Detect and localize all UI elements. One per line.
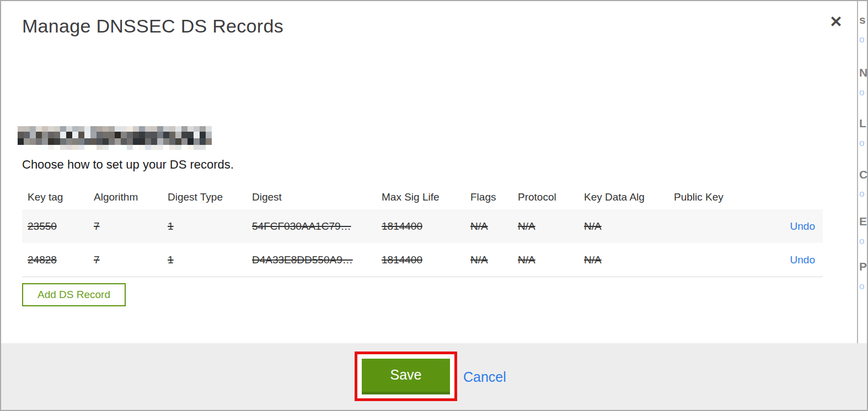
cell-max-sig-life: 1814400 — [382, 254, 470, 266]
clipped-link-fragment: o — [859, 188, 864, 199]
clipped-heading-fragment: L — [859, 117, 866, 130]
column-header: Flags — [470, 191, 518, 203]
clipped-link-fragment: o — [859, 236, 864, 247]
cell-key-data-alg: N/A — [584, 254, 674, 266]
clipped-link-fragment: o — [859, 138, 864, 149]
ds-records-table: Key tagAlgorithmDigest TypeDigestMax Sig… — [22, 185, 823, 277]
table-row: 23550 7 1 54FCF030AA1C79… 1814400 N/A N/… — [22, 209, 823, 243]
clipped-heading-fragment: N — [859, 66, 867, 79]
cell-protocol: N/A — [518, 220, 584, 232]
cell-digest: D4A33E8DD550A9… — [252, 254, 382, 266]
cell-key-data-alg: N/A — [584, 220, 674, 232]
undo-link[interactable]: Undo — [790, 220, 815, 232]
cell-max-sig-life: 1814400 — [382, 220, 470, 232]
clipped-heading-fragment: P — [859, 260, 867, 273]
column-header: Max Sig Life — [382, 191, 470, 203]
redacted-domain-name — [18, 126, 218, 150]
clipped-heading-fragment: C — [859, 168, 867, 181]
column-header: Public Key — [674, 191, 779, 203]
modal-dialog: Manage DNSSEC DS Records ✕ Choose how to… — [0, 0, 868, 411]
table-header-row: Key tagAlgorithmDigest TypeDigestMax Sig… — [22, 185, 823, 209]
column-header: Digest Type — [168, 191, 252, 203]
modal-footer: Save Cancel — [1, 343, 867, 410]
column-header: Digest — [252, 191, 382, 203]
cell-flags: N/A — [470, 220, 518, 232]
background-page-divider — [857, 1, 858, 343]
annotation-highlight-box: Save — [355, 351, 457, 401]
close-icon[interactable]: ✕ — [825, 11, 847, 33]
clipped-heading-fragment: s — [859, 13, 866, 26]
column-header: Algorithm — [94, 191, 168, 203]
clipped-link-fragment: o — [859, 281, 864, 292]
column-header: Key tag — [28, 191, 94, 203]
cell-digest-type: 1 — [168, 220, 252, 232]
cell-digest-type: 1 — [168, 254, 252, 266]
cell-algorithm: 7 — [94, 254, 168, 266]
cell-protocol: N/A — [518, 254, 584, 266]
table-row: 24828 7 1 D4A33E8DD550A9… 1814400 N/A N/… — [22, 243, 823, 277]
cell-key-tag: 23550 — [28, 220, 94, 232]
cell-digest: 54FCF030AA1C79… — [252, 220, 382, 232]
save-button[interactable]: Save — [362, 359, 450, 394]
subtitle-text: Choose how to set up your DS records. — [22, 158, 234, 172]
page-title: Manage DNSSEC DS Records — [22, 15, 283, 37]
add-ds-record-button[interactable]: Add DS Record — [22, 283, 126, 306]
undo-link[interactable]: Undo — [790, 254, 815, 266]
cell-key-tag: 24828 — [28, 254, 94, 266]
background-page-fragments: soNoLoCoEoPo — [859, 1, 868, 343]
clipped-link-fragment: o — [859, 34, 864, 45]
column-header: Key Data Alg — [584, 191, 674, 203]
cell-flags: N/A — [470, 254, 518, 266]
cancel-link[interactable]: Cancel — [463, 369, 506, 385]
clipped-heading-fragment: E — [859, 215, 867, 228]
cell-algorithm: 7 — [94, 220, 168, 232]
clipped-link-fragment: o — [859, 87, 864, 98]
column-header: Protocol — [518, 191, 584, 203]
